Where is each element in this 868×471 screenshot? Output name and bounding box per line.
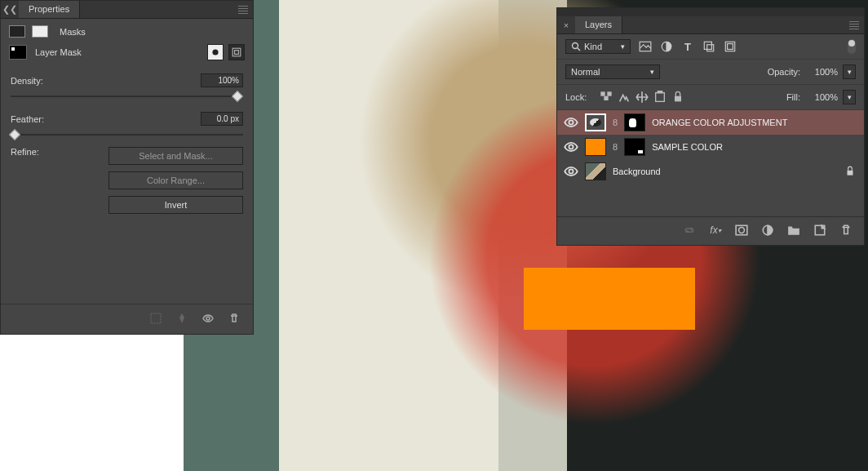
feather-label: Feather: xyxy=(11,114,44,124)
invert-button[interactable]: Invert xyxy=(108,196,243,214)
masks-header: Masks xyxy=(1,19,253,44)
layer-filter-icons: T xyxy=(639,40,737,53)
layers-panel: × Layers Kind▾ T Normal▾ Opacity: 100% ▾… xyxy=(556,7,865,246)
filter-shape-icon[interactable] xyxy=(702,40,715,53)
filter-type-icon[interactable]: T xyxy=(681,40,694,53)
add-vector-mask-icon[interactable] xyxy=(228,44,245,60)
svg-rect-13 xyxy=(604,96,609,100)
layer-background[interactable]: Background xyxy=(557,159,864,184)
layer-name[interactable]: Background xyxy=(613,167,661,176)
feather-slider[interactable] xyxy=(11,129,243,140)
opacity-dropdown-icon[interactable]: ▾ xyxy=(843,64,856,79)
add-mask-icon[interactable] xyxy=(735,224,748,237)
lock-artboard-icon[interactable] xyxy=(653,91,666,104)
collapse-panel-icon[interactable]: ❮❮ xyxy=(1,1,19,19)
visibility-toggle-icon[interactable] xyxy=(564,115,578,130)
mask-thumbnail[interactable] xyxy=(624,138,645,156)
new-adjustment-icon[interactable] xyxy=(761,224,774,237)
layer-orange-adjustment[interactable]: 8 ORANGE COLOR ADJUSTMENT xyxy=(557,110,864,135)
refine-section: Refine: Select and Mask... Color Range..… xyxy=(1,140,253,214)
lock-row: Lock: Fill: 100% ▾ xyxy=(557,85,864,110)
link-layers-icon[interactable] xyxy=(683,224,696,237)
sample-color-box xyxy=(524,268,695,330)
filter-toggle[interactable] xyxy=(848,39,856,54)
filter-kind-select[interactable]: Kind▾ xyxy=(565,39,631,54)
lock-transparency-icon[interactable] xyxy=(600,91,613,104)
properties-tab[interactable]: Properties xyxy=(19,1,80,18)
vector-mask-mode-icon[interactable] xyxy=(32,25,48,38)
layer-thumbnail[interactable] xyxy=(585,162,606,180)
select-and-mask-button[interactable]: Select and Mask... xyxy=(108,147,243,165)
layers-tabbar: × Layers xyxy=(557,16,864,34)
pasteboard xyxy=(0,390,184,471)
svg-rect-7 xyxy=(704,42,711,49)
filter-pixel-icon[interactable] xyxy=(639,40,652,53)
layer-mask-thumbnail[interactable] xyxy=(9,45,27,60)
masks-label: Masks xyxy=(60,27,86,37)
svg-rect-11 xyxy=(601,91,605,96)
color-fill-thumbnail[interactable] xyxy=(585,138,606,156)
lock-label: Lock: xyxy=(565,92,587,102)
delete-layer-icon[interactable] xyxy=(839,224,852,237)
density-input[interactable] xyxy=(201,73,243,87)
svg-rect-8 xyxy=(707,45,714,51)
svg-rect-16 xyxy=(675,96,681,102)
apply-mask-icon[interactable] xyxy=(175,311,189,326)
pixel-mask-mode-icon[interactable] xyxy=(9,25,25,38)
fill-value[interactable]: 100% xyxy=(805,92,838,102)
layer-filter-row: Kind▾ T xyxy=(557,34,864,60)
svg-rect-12 xyxy=(608,91,612,96)
filter-adjustment-icon[interactable] xyxy=(660,40,673,53)
density-control: Density: xyxy=(1,69,253,102)
layers-tab[interactable]: Layers xyxy=(575,16,622,33)
lock-image-icon[interactable] xyxy=(618,91,631,104)
layer-style-icon[interactable]: fx▾ xyxy=(709,224,722,237)
blend-mode-select[interactable]: Normal▾ xyxy=(565,64,660,79)
layer-mask-label: Layer Mask xyxy=(35,47,82,57)
feather-input[interactable] xyxy=(201,112,243,126)
svg-point-17 xyxy=(569,120,573,124)
lock-position-icon[interactable] xyxy=(636,91,649,104)
lock-all-icon[interactable] xyxy=(671,91,684,104)
opacity-value[interactable]: 100% xyxy=(805,67,838,77)
svg-rect-15 xyxy=(658,91,662,93)
panel-menu-icon[interactable] xyxy=(844,21,864,29)
layer-name[interactable]: SAMPLE COLOR xyxy=(652,142,723,152)
svg-point-19 xyxy=(569,169,573,173)
delete-mask-icon[interactable] xyxy=(227,311,241,326)
mask-thumbnail[interactable] xyxy=(624,113,645,131)
svg-point-0 xyxy=(212,49,218,55)
layer-name[interactable]: ORANGE COLOR ADJUSTMENT xyxy=(652,118,787,127)
svg-rect-2 xyxy=(151,313,161,323)
mask-link-icon[interactable]: 8 xyxy=(613,142,618,152)
opacity-label: Opacity: xyxy=(768,67,800,77)
mask-link-icon[interactable]: 8 xyxy=(613,118,618,127)
svg-rect-1 xyxy=(232,48,241,56)
density-slider[interactable] xyxy=(11,91,243,102)
svg-rect-10 xyxy=(728,44,733,50)
lock-icon xyxy=(844,166,856,177)
select-pixel-mask-icon[interactable] xyxy=(207,44,224,60)
properties-panel: ❮❮ Properties Masks Layer Mask Density: … xyxy=(0,0,254,335)
layers-footer: fx▾ xyxy=(557,216,864,245)
panel-menu-icon[interactable] xyxy=(233,6,253,14)
new-layer-icon[interactable] xyxy=(813,224,826,237)
layer-sample-color[interactable]: 8 SAMPLE COLOR xyxy=(557,135,864,159)
new-group-icon[interactable] xyxy=(787,224,800,237)
mask-boundary-icon[interactable] xyxy=(148,311,163,326)
color-range-button[interactable]: Color Range... xyxy=(108,171,243,189)
adjustment-thumbnail[interactable] xyxy=(585,113,606,131)
properties-footer xyxy=(1,304,253,334)
fill-dropdown-icon[interactable]: ▾ xyxy=(843,90,856,104)
svg-point-4 xyxy=(573,43,578,49)
visibility-toggle-icon[interactable] xyxy=(564,164,578,179)
svg-point-18 xyxy=(569,144,573,149)
filter-smart-icon[interactable] xyxy=(724,40,737,53)
feather-control: Feather: xyxy=(1,107,253,140)
svg-rect-20 xyxy=(848,171,853,176)
disable-mask-icon[interactable] xyxy=(201,311,215,326)
density-label: Density: xyxy=(11,76,43,86)
visibility-toggle-icon[interactable] xyxy=(564,140,578,154)
close-panel-icon[interactable]: × xyxy=(557,16,575,34)
fill-label: Fill: xyxy=(786,92,800,102)
